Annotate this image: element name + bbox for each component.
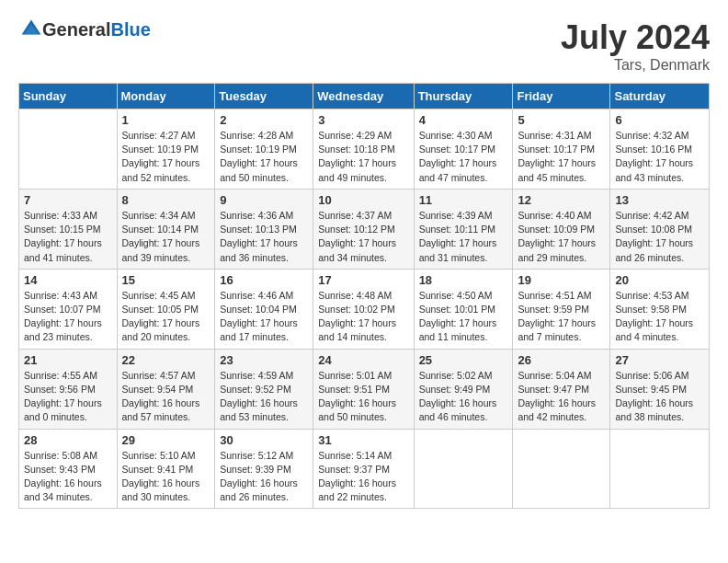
calendar-cell: 25 Sunrise: 5:02 AMSunset: 9:49 PMDaylig… — [414, 349, 513, 429]
calendar-cell: 27 Sunrise: 5:06 AMSunset: 9:45 PMDaylig… — [610, 349, 710, 429]
calendar-week-row: 21 Sunrise: 4:55 AMSunset: 9:56 PMDaylig… — [19, 349, 710, 429]
day-info: Sunrise: 5:12 AMSunset: 9:39 PMDaylight:… — [220, 450, 298, 503]
day-info: Sunrise: 4:43 AMSunset: 10:07 PMDaylight… — [24, 290, 102, 343]
logo: GeneralBlue — [18, 18, 151, 40]
calendar-cell: 6 Sunrise: 4:32 AMSunset: 10:16 PMDaylig… — [610, 109, 710, 190]
day-number: 10 — [318, 193, 408, 207]
calendar-cell: 7 Sunrise: 4:33 AMSunset: 10:15 PMDaylig… — [19, 189, 118, 269]
day-number: 25 — [419, 353, 508, 367]
day-info: Sunrise: 4:46 AMSunset: 10:04 PMDaylight… — [220, 290, 298, 343]
day-number: 2 — [220, 113, 308, 127]
calendar-cell: 24 Sunrise: 5:01 AMSunset: 9:51 PMDaylig… — [313, 349, 414, 429]
calendar-cell: 13 Sunrise: 4:42 AMSunset: 10:08 PMDayli… — [610, 189, 710, 269]
day-info: Sunrise: 4:50 AMSunset: 10:01 PMDaylight… — [419, 290, 497, 343]
logo-blue: Blue — [110, 19, 150, 40]
calendar-cell: 30 Sunrise: 5:12 AMSunset: 9:39 PMDaylig… — [215, 429, 313, 509]
day-number: 11 — [419, 193, 508, 207]
day-of-week-header: Thursday — [414, 84, 513, 109]
day-number: 7 — [24, 193, 112, 207]
day-number: 3 — [318, 113, 408, 127]
day-number: 30 — [220, 433, 308, 447]
day-info: Sunrise: 5:08 AMSunset: 9:43 PMDaylight:… — [24, 450, 102, 503]
day-of-week-header: Wednesday — [313, 84, 414, 109]
day-number: 24 — [318, 353, 408, 367]
day-info: Sunrise: 4:27 AMSunset: 10:19 PMDaylight… — [122, 130, 200, 183]
calendar-cell: 2 Sunrise: 4:28 AMSunset: 10:19 PMDaylig… — [215, 109, 313, 190]
day-number: 15 — [122, 273, 210, 287]
calendar-cell: 1 Sunrise: 4:27 AMSunset: 10:19 PMDaylig… — [117, 109, 215, 190]
calendar-cell: 4 Sunrise: 4:30 AMSunset: 10:17 PMDaylig… — [414, 109, 513, 190]
location-subtitle: Tars, Denmark — [561, 57, 710, 74]
day-number: 1 — [122, 113, 210, 127]
calendar-week-row: 14 Sunrise: 4:43 AMSunset: 10:07 PMDayli… — [19, 269, 710, 349]
calendar-cell: 22 Sunrise: 4:57 AMSunset: 9:54 PMDaylig… — [117, 349, 215, 429]
day-number: 9 — [220, 193, 308, 207]
calendar-cell: 9 Sunrise: 4:36 AMSunset: 10:13 PMDaylig… — [215, 189, 313, 269]
day-info: Sunrise: 4:28 AMSunset: 10:19 PMDaylight… — [220, 130, 298, 183]
logo-general: General — [42, 19, 110, 40]
day-info: Sunrise: 4:45 AMSunset: 10:05 PMDaylight… — [122, 290, 200, 343]
calendar-cell: 5 Sunrise: 4:31 AMSunset: 10:17 PMDaylig… — [513, 109, 610, 190]
page-header: GeneralBlue July 2024 Tars, Denmark — [18, 18, 710, 74]
calendar-cell — [513, 429, 610, 509]
calendar-cell: 29 Sunrise: 5:10 AMSunset: 9:41 PMDaylig… — [117, 429, 215, 509]
day-number: 21 — [24, 353, 112, 367]
day-of-week-header: Tuesday — [215, 84, 313, 109]
day-info: Sunrise: 4:40 AMSunset: 10:09 PMDaylight… — [518, 210, 596, 263]
day-info: Sunrise: 4:48 AMSunset: 10:02 PMDaylight… — [318, 290, 396, 343]
calendar-cell: 16 Sunrise: 4:46 AMSunset: 10:04 PMDayli… — [215, 269, 313, 349]
calendar-cell: 18 Sunrise: 4:50 AMSunset: 10:01 PMDayli… — [414, 269, 513, 349]
day-number: 22 — [122, 353, 210, 367]
calendar-cell: 15 Sunrise: 4:45 AMSunset: 10:05 PMDayli… — [117, 269, 215, 349]
day-info: Sunrise: 5:01 AMSunset: 9:51 PMDaylight:… — [318, 370, 396, 423]
calendar-week-row: 7 Sunrise: 4:33 AMSunset: 10:15 PMDaylig… — [19, 189, 710, 269]
day-number: 6 — [615, 113, 704, 127]
day-info: Sunrise: 4:39 AMSunset: 10:11 PMDaylight… — [419, 210, 497, 263]
calendar-cell: 8 Sunrise: 4:34 AMSunset: 10:14 PMDaylig… — [117, 189, 215, 269]
calendar-cell: 28 Sunrise: 5:08 AMSunset: 9:43 PMDaylig… — [19, 429, 118, 509]
calendar-cell: 3 Sunrise: 4:29 AMSunset: 10:18 PMDaylig… — [313, 109, 414, 190]
month-year-title: July 2024 — [561, 18, 710, 57]
day-number: 13 — [615, 193, 704, 207]
day-number: 8 — [122, 193, 210, 207]
day-number: 16 — [220, 273, 308, 287]
day-info: Sunrise: 4:34 AMSunset: 10:14 PMDaylight… — [122, 210, 200, 263]
day-number: 5 — [518, 113, 605, 127]
day-info: Sunrise: 5:10 AMSunset: 9:41 PMDaylight:… — [122, 450, 200, 503]
logo-icon — [20, 18, 42, 40]
day-info: Sunrise: 4:59 AMSunset: 9:52 PMDaylight:… — [220, 370, 298, 423]
day-info: Sunrise: 4:55 AMSunset: 9:56 PMDaylight:… — [24, 370, 102, 423]
day-number: 20 — [615, 273, 704, 287]
day-number: 26 — [518, 353, 605, 367]
day-info: Sunrise: 5:14 AMSunset: 9:37 PMDaylight:… — [318, 450, 396, 503]
calendar-cell: 14 Sunrise: 4:43 AMSunset: 10:07 PMDayli… — [19, 269, 118, 349]
day-number: 23 — [220, 353, 308, 367]
calendar-week-row: 1 Sunrise: 4:27 AMSunset: 10:19 PMDaylig… — [19, 109, 710, 190]
day-info: Sunrise: 4:53 AMSunset: 9:58 PMDaylight:… — [615, 290, 693, 343]
calendar-cell: 31 Sunrise: 5:14 AMSunset: 9:37 PMDaylig… — [313, 429, 414, 509]
day-number: 31 — [318, 433, 408, 447]
day-number: 14 — [24, 273, 112, 287]
calendar-table: SundayMondayTuesdayWednesdayThursdayFrid… — [18, 83, 710, 509]
calendar-cell: 21 Sunrise: 4:55 AMSunset: 9:56 PMDaylig… — [19, 349, 118, 429]
day-number: 19 — [518, 273, 605, 287]
calendar-cell — [19, 109, 118, 190]
calendar-header-row: SundayMondayTuesdayWednesdayThursdayFrid… — [19, 84, 710, 109]
day-info: Sunrise: 5:02 AMSunset: 9:49 PMDaylight:… — [419, 370, 497, 423]
day-info: Sunrise: 4:42 AMSunset: 10:08 PMDaylight… — [615, 210, 693, 263]
day-of-week-header: Friday — [513, 84, 610, 109]
day-info: Sunrise: 4:51 AMSunset: 9:59 PMDaylight:… — [518, 290, 596, 343]
calendar-cell: 26 Sunrise: 5:04 AMSunset: 9:47 PMDaylig… — [513, 349, 610, 429]
day-number: 28 — [24, 433, 112, 447]
day-info: Sunrise: 4:29 AMSunset: 10:18 PMDaylight… — [318, 130, 396, 183]
day-number: 4 — [419, 113, 508, 127]
calendar-cell: 19 Sunrise: 4:51 AMSunset: 9:59 PMDaylig… — [513, 269, 610, 349]
day-of-week-header: Sunday — [19, 84, 118, 109]
calendar-week-row: 28 Sunrise: 5:08 AMSunset: 9:43 PMDaylig… — [19, 429, 710, 509]
calendar-cell: 10 Sunrise: 4:37 AMSunset: 10:12 PMDayli… — [313, 189, 414, 269]
day-info: Sunrise: 5:04 AMSunset: 9:47 PMDaylight:… — [518, 370, 596, 423]
title-block: July 2024 Tars, Denmark — [561, 18, 710, 74]
calendar-cell: 23 Sunrise: 4:59 AMSunset: 9:52 PMDaylig… — [215, 349, 313, 429]
day-number: 27 — [615, 353, 704, 367]
day-number: 17 — [318, 273, 408, 287]
